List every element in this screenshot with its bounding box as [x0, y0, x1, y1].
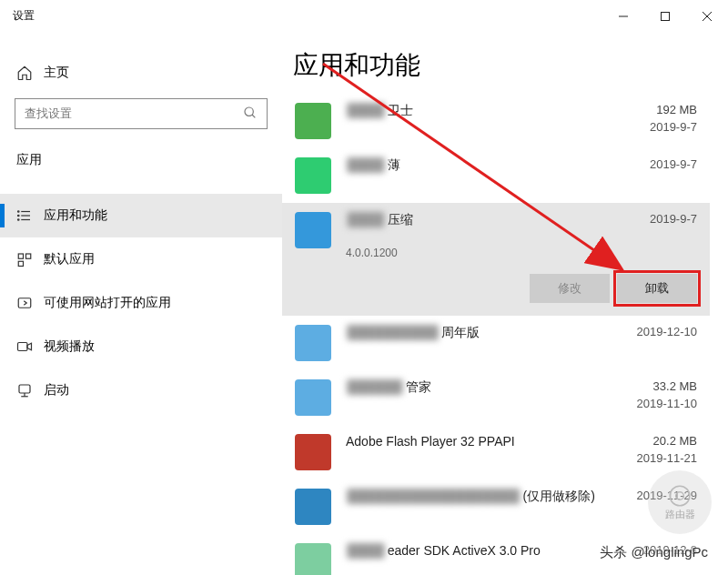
svg-rect-16	[18, 343, 28, 351]
svg-point-11	[18, 219, 20, 221]
app-name: ████卫士	[346, 103, 650, 119]
titlebar: 设置	[0, 0, 728, 32]
search-placeholder: 查找设置	[25, 106, 72, 122]
app-item[interactable]: ██████████周年版2019-12-10	[282, 316, 710, 370]
defaults-icon	[16, 251, 44, 267]
list-icon	[16, 207, 44, 224]
svg-rect-1	[662, 12, 670, 20]
svg-line-5	[252, 115, 255, 117]
close-button[interactable]	[686, 0, 728, 32]
nav-item-label: 应用和功能	[44, 207, 107, 224]
svg-rect-15	[18, 298, 31, 308]
app-icon	[295, 489, 331, 525]
section-title: 应用	[0, 152, 282, 168]
app-name: ████eader SDK ActiveX 3.0 Pro	[346, 543, 643, 558]
svg-rect-12	[18, 254, 23, 258]
nav-apps-features[interactable]: 应用和功能	[0, 194, 282, 237]
uninstall-button[interactable]: 卸载	[617, 274, 697, 303]
app-date: 2019-9-7	[650, 120, 697, 134]
app-item[interactable]: ███████████████████(仅用做移除)2019-11-29	[282, 479, 710, 534]
app-name: ██████管家	[346, 379, 637, 396]
sidebar: 主页 查找设置 应用 应用和功能 默认应用 可使用网站打开的应用	[0, 32, 282, 575]
app-icon	[295, 379, 331, 416]
search-input[interactable]: 查找设置	[15, 98, 268, 129]
svg-point-23	[670, 486, 690, 506]
nav-web-apps[interactable]: 可使用网站打开的应用	[0, 281, 282, 325]
nav-startup[interactable]: 启动	[0, 368, 282, 412]
app-date: 2019-9-7	[650, 157, 697, 171]
app-date: 2019-11-10	[637, 397, 698, 410]
svg-marker-17	[27, 343, 32, 350]
watermark-logo: 路由器	[648, 470, 712, 534]
app-name: ███████████████████(仅用做移除)	[346, 489, 637, 505]
app-item[interactable]: Adobe Flash Player 32 PPAPI20.2 MB2019-1…	[282, 425, 710, 479]
maximize-button[interactable]	[644, 0, 686, 32]
video-icon	[16, 338, 44, 355]
home-label: 主页	[44, 65, 69, 81]
app-item[interactable]: ████压缩4.0.0.12002019-9-7	[282, 203, 710, 268]
app-icon	[295, 325, 331, 361]
nav-item-label: 启动	[44, 382, 69, 398]
app-list: ████卫士192 MB2019-9-7████薄2019-9-7████压缩4…	[282, 94, 710, 575]
app-action-row: 修改卸载	[282, 268, 710, 316]
app-icon	[295, 212, 331, 248]
link-icon	[16, 295, 44, 311]
app-size: 20.2 MB	[637, 434, 698, 448]
app-icon	[295, 157, 331, 194]
app-item[interactable]: ████卫士192 MB2019-9-7	[282, 94, 710, 148]
app-icon	[295, 543, 331, 575]
nav-default-apps[interactable]: 默认应用	[0, 237, 282, 281]
app-name: ██████████周年版	[346, 325, 637, 341]
svg-point-9	[18, 211, 20, 213]
app-date: 2019-9-7	[650, 212, 697, 226]
nav-video[interactable]: 视频播放	[0, 325, 282, 368]
app-date: 2019-12-10	[637, 325, 698, 338]
svg-rect-13	[26, 254, 31, 258]
page-title: 应用和功能	[293, 48, 710, 83]
app-size: 33.2 MB	[637, 379, 698, 393]
modify-button: 修改	[530, 274, 610, 303]
watermark-text: 头杀 @longlingPc	[600, 544, 708, 561]
home-link[interactable]: 主页	[0, 55, 282, 91]
svg-rect-14	[18, 261, 23, 266]
app-item[interactable]: ████薄2019-9-7	[282, 148, 710, 203]
app-name: ████薄	[346, 157, 650, 174]
app-icon	[295, 103, 331, 139]
startup-icon	[16, 382, 44, 398]
app-name: ████压缩	[346, 212, 650, 228]
app-item[interactable]: ██████管家33.2 MB2019-11-10	[282, 370, 710, 425]
nav-item-label: 可使用网站打开的应用	[44, 295, 171, 311]
svg-rect-18	[19, 385, 30, 393]
app-size: 192 MB	[650, 103, 697, 116]
minimize-button[interactable]	[602, 0, 644, 32]
nav-item-label: 默认应用	[44, 251, 95, 267]
nav-item-label: 视频播放	[44, 338, 95, 355]
app-icon	[295, 434, 331, 470]
svg-point-4	[245, 107, 253, 116]
window-title: 设置	[13, 8, 35, 24]
app-date: 2019-11-21	[637, 451, 698, 465]
svg-point-24	[676, 491, 684, 499]
search-icon	[243, 106, 258, 123]
app-version: 4.0.0.1200	[346, 247, 650, 259]
home-icon	[16, 65, 44, 81]
app-name: Adobe Flash Player 32 PPAPI	[346, 434, 637, 449]
svg-point-10	[18, 215, 20, 217]
